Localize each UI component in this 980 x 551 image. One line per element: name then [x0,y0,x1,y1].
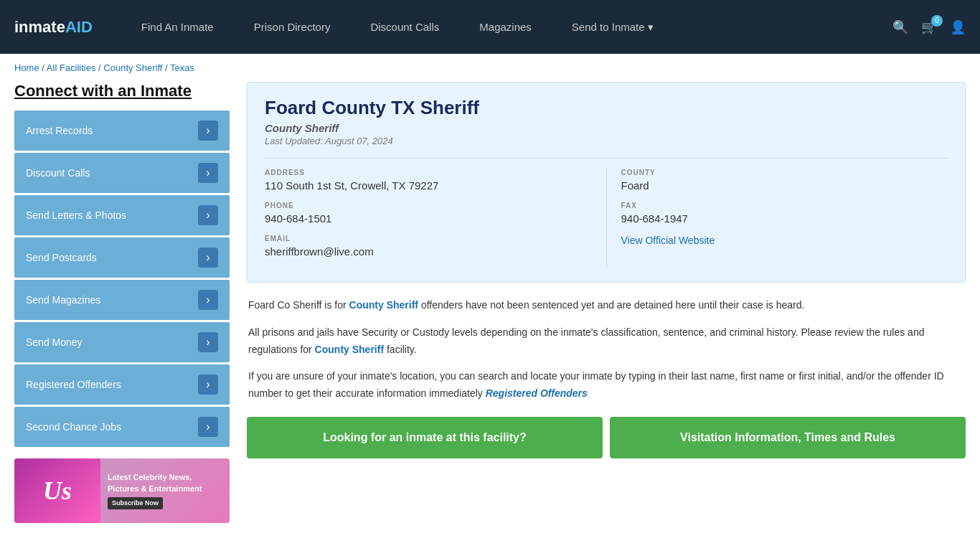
user-icon[interactable]: 👤 [950,19,966,35]
sidebar-arrow-icon: › [198,121,218,141]
sidebar-item-label: Send Postcards [26,252,97,263]
sidebar-item-label: Registered Offenders [26,379,121,390]
breadcrumb-all-facilities[interactable]: All Facilities [47,62,96,73]
phone-label: PHONE [265,202,592,209]
content-area: Foard County TX Sheriff County Sheriff L… [247,82,966,523]
ad-us-logo: Us [43,476,72,506]
sidebar-item-label: Send Money [26,336,83,348]
facility-card: Foard County TX Sheriff County Sheriff L… [247,82,966,283]
nav-find-inmate[interactable]: Find An Inmate [121,0,234,54]
nav-magazines[interactable]: Magazines [459,0,552,54]
sidebar-arrow-icon: › [198,163,218,183]
sidebar: Connect with an Inmate Arrest Records › … [14,82,230,523]
desc-p3-link[interactable]: Registered Offenders [486,387,588,399]
sidebar-arrow-icon: › [198,417,218,437]
ad-image: Us [14,458,100,523]
breadcrumb-texas[interactable]: Texas [170,62,194,73]
facility-details: ADDRESS 110 South 1st St, Crowell, TX 79… [265,158,948,268]
sidebar-item-send-letters[interactable]: Send Letters & Photos › [14,195,230,235]
sidebar-item-label: Send Letters & Photos [26,209,126,221]
desc-paragraph-1: Foard Co Sheriff is for County Sheriff o… [248,297,964,314]
sidebar-title: Connect with an Inmate [14,82,230,100]
sidebar-item-label: Discount Calls [26,167,90,179]
sidebar-item-send-magazines[interactable]: Send Magazines › [14,280,230,320]
ad-banner[interactable]: Us Latest Celebrity News, Pictures & Ent… [14,458,230,523]
county-value: Foard [621,179,948,192]
sidebar-arrow-icon: › [198,332,218,352]
sidebar-item-registered-offenders[interactable]: Registered Offenders › [14,364,230,405]
nav-send-to-inmate[interactable]: Send to Inmate ▾ [552,0,674,54]
description: Foard Co Sheriff is for County Sheriff o… [247,297,966,402]
sidebar-arrow-icon: › [198,205,218,225]
nav-links: Find An Inmate Prison Directory Discount… [121,0,892,54]
nav-discount-calls[interactable]: Discount Calls [350,0,459,54]
address-label: ADDRESS [265,169,592,176]
find-inmate-button[interactable]: Looking for an inmate at this facility? [247,417,603,458]
sidebar-item-arrest-records[interactable]: Arrest Records › [14,110,230,151]
sidebar-item-label: Send Magazines [26,294,100,306]
fax-value: 940-684-1947 [621,212,948,225]
sidebar-arrow-icon: › [198,290,218,310]
desc-p3-before: If you are unsure of your inmate's locat… [248,370,944,399]
desc-paragraph-3: If you are unsure of your inmate's locat… [248,368,964,402]
desc-p1-before: Foard Co Sheriff is for [248,299,349,311]
nav-prison-directory[interactable]: Prison Directory [234,0,351,54]
county-label: COUNTY [621,169,948,176]
bottom-buttons: Looking for an inmate at this facility? … [247,417,966,458]
ad-text: Latest Celebrity News, Pictures & Entert… [100,466,230,514]
breadcrumb-county-sheriff[interactable]: County Sheriff [103,62,162,73]
ad-headline: Latest Celebrity News, Pictures & Entert… [108,472,222,494]
sidebar-item-label: Arrest Records [26,125,93,136]
email-label: EMAIL [265,235,592,242]
sidebar-item-discount-calls[interactable]: Discount Calls › [14,153,230,193]
sidebar-item-label: Second Chance Jobs [26,421,121,433]
sidebar-arrow-icon: › [198,375,218,395]
main-layout: Connect with an Inmate Arrest Records › … [0,82,980,551]
visitation-button[interactable]: Visitation Information, Times and Rules [610,417,966,458]
email-value: sheriffbrown@live.com [265,245,592,258]
logo-accent: AID [65,18,93,36]
facility-details-left: ADDRESS 110 South 1st St, Crowell, TX 79… [265,169,607,268]
cart-wrapper[interactable]: 🛒 0 [921,19,937,35]
navbar: inmateAID Find An Inmate Prison Director… [0,0,980,54]
sidebar-item-send-money[interactable]: Send Money › [14,322,230,362]
facility-type: County Sheriff [265,122,948,134]
fax-label: FAX [621,202,948,209]
search-icon[interactable]: 🔍 [892,19,908,35]
phone-value: 940-684-1501 [265,212,592,225]
sidebar-item-second-chance-jobs[interactable]: Second Chance Jobs › [14,407,230,447]
facility-name: Foard County TX Sheriff [265,97,948,119]
sidebar-arrow-icon: › [198,248,218,268]
breadcrumb-home[interactable]: Home [14,62,39,73]
navbar-icons: 🔍 🛒 0 👤 [892,19,966,35]
desc-p1-after: offenders have not been sentenced yet an… [418,299,804,311]
desc-p2-link[interactable]: County Sheriff [315,344,384,355]
website-link[interactable]: View Official Website [621,235,715,246]
facility-details-right: COUNTY Foard FAX 940-684-1947 View Offic… [607,169,948,268]
sidebar-item-send-postcards[interactable]: Send Postcards › [14,237,230,278]
desc-p2-after: facility. [384,344,417,355]
address-value: 110 South 1st St, Crowell, TX 79227 [265,179,592,192]
logo-text: inmateAID [14,18,93,36]
logo[interactable]: inmateAID [14,18,93,37]
breadcrumb: Home / All Facilities / County Sheriff /… [0,54,980,82]
desc-p1-link[interactable]: County Sheriff [349,299,418,311]
cart-badge: 0 [931,15,943,27]
facility-last-updated: Last Updated: August 07, 2024 [265,136,948,146]
desc-paragraph-2: All prisons and jails have Security or C… [248,324,964,359]
ad-subscribe-button[interactable]: Subscribe Now [108,497,163,509]
